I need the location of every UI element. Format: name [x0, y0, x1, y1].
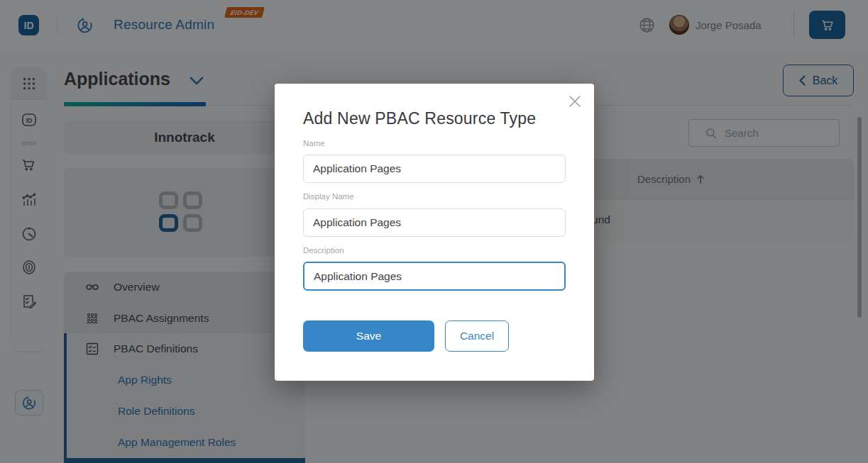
display-name-field-label: Display Name: [303, 192, 354, 201]
description-field-label: Description: [303, 246, 344, 255]
modal-title: Add New PBAC Resource Type: [303, 109, 536, 128]
display-name-field[interactable]: [303, 208, 566, 237]
description-field[interactable]: [303, 262, 566, 291]
add-resource-type-modal: Add New PBAC Resource Type Name Display …: [275, 84, 594, 381]
close-button[interactable]: [565, 91, 585, 111]
close-icon: [568, 95, 581, 108]
save-button[interactable]: Save: [303, 320, 434, 352]
name-field[interactable]: [303, 155, 566, 183]
name-field-label: Name: [303, 139, 325, 147]
cancel-button[interactable]: Cancel: [445, 320, 509, 352]
app-window: ID Resource Admin EID-DEV Jorge Posada: [0, 0, 868, 463]
